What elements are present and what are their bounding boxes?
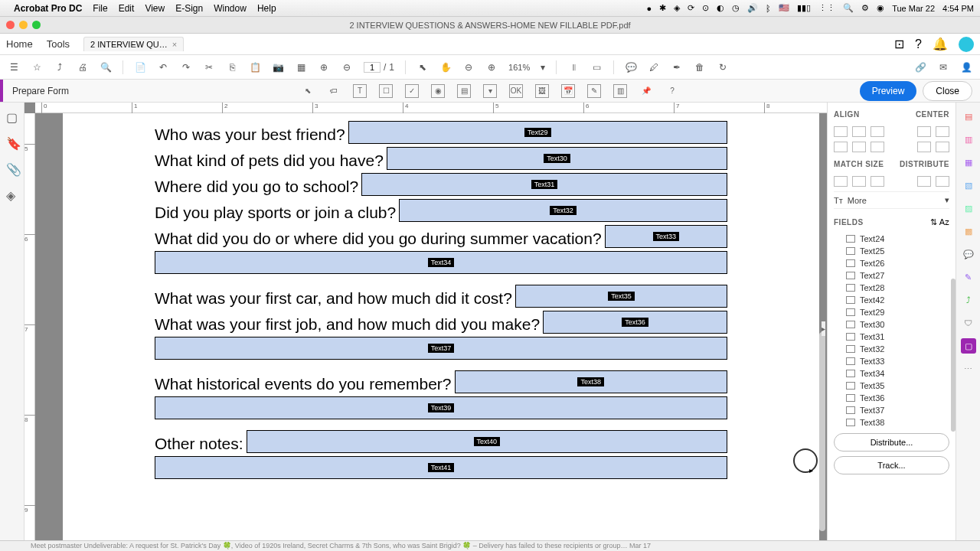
align-top-icon[interactable] — [834, 142, 848, 152]
pin-tool-icon[interactable]: 📌 — [639, 84, 653, 98]
center-h-icon[interactable] — [917, 126, 931, 137]
match-width-icon[interactable] — [834, 176, 848, 187]
dual-page-icon[interactable]: ▦ — [295, 61, 307, 73]
export-pdf-icon[interactable]: ▧ — [961, 178, 976, 193]
field-list-item[interactable]: Text31 — [834, 331, 949, 343]
form-field-text37[interactable]: Text37 — [155, 337, 727, 360]
field-list-item[interactable]: Text27 — [834, 269, 949, 282]
maximize-window-button[interactable] — [32, 21, 41, 29]
star-icon[interactable]: ☆ — [31, 61, 43, 73]
preview-button[interactable]: Preview — [860, 81, 917, 101]
field-list-item[interactable]: Text24 — [834, 233, 949, 245]
prepare-form-icon[interactable]: ▢ — [961, 338, 976, 354]
form-field-text31[interactable]: Text31 — [361, 173, 727, 196]
vertical-scrollbar[interactable] — [819, 332, 825, 531]
zoom-level[interactable]: 161% — [508, 63, 530, 72]
field-list-item[interactable]: Text34 — [834, 367, 949, 380]
field-list-item[interactable]: Text28 — [834, 282, 949, 294]
field-list-item[interactable]: Text35 — [834, 380, 949, 392]
help-icon[interactable]: ? — [915, 37, 922, 51]
field-list-item[interactable]: Text29 — [834, 306, 949, 318]
comment-icon[interactable]: 💬 — [625, 61, 637, 73]
form-field-text32[interactable]: Text32 — [399, 199, 727, 222]
center-page-h-icon[interactable] — [917, 142, 931, 152]
form-field-text29[interactable]: Text29 — [348, 121, 727, 144]
create-pdf-icon[interactable]: ▤ — [961, 109, 976, 124]
menu-help[interactable]: Help — [257, 3, 276, 14]
form-field-text39[interactable]: Text39 — [155, 396, 727, 419]
signature-tool-icon[interactable]: ✎ — [587, 84, 601, 98]
mail-icon[interactable]: ✉ — [937, 61, 949, 73]
fit-page-icon[interactable]: ▭ — [590, 61, 603, 73]
print-icon[interactable]: 🖨 — [77, 61, 89, 73]
distribute-v-icon[interactable] — [936, 176, 949, 187]
search-icon[interactable]: ⊡ — [894, 37, 904, 51]
align-bottom-icon[interactable] — [871, 142, 884, 152]
highlight-icon[interactable]: 🖊 — [648, 61, 660, 73]
field-list-item[interactable]: Text25 — [834, 245, 949, 257]
search-icon[interactable]: 🔍 — [100, 61, 112, 73]
align-middle-icon[interactable] — [852, 142, 866, 152]
check-tool-icon[interactable]: ✓ — [405, 84, 419, 98]
field-list-item[interactable]: Text37 — [834, 404, 949, 416]
status-icon[interactable]: ✱ — [659, 3, 666, 13]
copy-icon[interactable]: ⎘ — [226, 61, 238, 73]
bookmark-icon[interactable]: 🔖 — [6, 136, 18, 148]
hand-tool-icon[interactable]: 🏷 — [327, 84, 341, 98]
button-tool-icon[interactable]: OK — [509, 84, 523, 98]
siri-icon[interactable]: ◉ — [877, 3, 884, 13]
clipboard-icon[interactable]: 📋 — [249, 61, 261, 73]
layers-icon[interactable]: ◈ — [6, 188, 18, 201]
status-icon[interactable]: ⊙ — [702, 3, 709, 13]
form-field-text36[interactable]: Text36 — [543, 311, 727, 334]
distribute-h-icon[interactable] — [917, 176, 931, 187]
edit-pdf-icon[interactable]: ▦ — [961, 155, 976, 170]
fill-sign-icon[interactable]: ✎ — [961, 269, 976, 285]
match-height-icon[interactable] — [852, 176, 866, 187]
status-icon[interactable]: ⟳ — [688, 3, 694, 13]
radio-tool-icon[interactable]: ◉ — [431, 84, 445, 98]
field-list-item[interactable]: Text38 — [834, 416, 949, 429]
menu-edit[interactable]: Edit — [119, 3, 135, 14]
tab-home[interactable]: Home — [6, 38, 33, 50]
thumbnails-icon[interactable]: ▢ — [6, 110, 18, 122]
comment-tool-icon[interactable]: 💬 — [961, 246, 976, 262]
dropdown-tool-icon[interactable]: ▾ — [483, 84, 497, 98]
battery-icon[interactable]: ▮▮▯ — [797, 3, 811, 13]
close-window-button[interactable] — [6, 21, 15, 29]
menu-esign[interactable]: E-Sign — [175, 3, 203, 14]
form-field-text40[interactable]: Text40 — [247, 430, 727, 453]
more-button[interactable]: Tт More ▾ — [834, 191, 949, 209]
avatar[interactable] — [959, 37, 974, 52]
combine-icon[interactable]: ▥ — [961, 132, 976, 147]
bluetooth-icon[interactable]: ᛒ — [766, 4, 771, 13]
link-icon[interactable]: 🔗 — [914, 61, 926, 73]
form-field-text33[interactable]: Text33 — [605, 225, 727, 248]
field-list-item[interactable]: Text42 — [834, 294, 949, 306]
field-list-item[interactable]: Text32 — [834, 343, 949, 355]
center-page-v-icon[interactable] — [936, 142, 949, 152]
more-tools-icon[interactable]: ⋯ — [961, 361, 976, 377]
field-list-item[interactable]: Text26 — [834, 257, 949, 269]
help-tool-icon[interactable]: ? — [665, 84, 679, 98]
align-center-icon[interactable] — [852, 126, 866, 137]
fit-width-icon[interactable]: ⫴ — [567, 61, 580, 73]
wifi-icon[interactable]: ⋮⋮ — [818, 3, 835, 13]
zoom-in-icon[interactable]: ⊕ — [485, 61, 498, 73]
menubar-date[interactable]: Tue Mar 22 — [892, 4, 935, 13]
clock-icon[interactable]: ◷ — [732, 3, 740, 13]
cut-icon[interactable]: ✂ — [203, 61, 215, 73]
sort-icon[interactable]: ⇅ Aᴢ — [930, 217, 949, 227]
checkbox-tool-icon[interactable]: ☐ — [379, 84, 393, 98]
select-tool-icon[interactable]: ⬉ — [301, 84, 315, 98]
zoom-dropdown-icon[interactable]: ▾ — [541, 62, 545, 73]
refresh-icon[interactable]: ↻ — [717, 61, 729, 73]
attachment-icon[interactable]: 📎 — [6, 162, 18, 174]
distribute-button[interactable]: Distribute... — [834, 433, 949, 452]
control-center-icon[interactable]: ⚙ — [861, 3, 869, 13]
collapse-right-icon[interactable]: ▸ — [822, 321, 825, 336]
sidebar-toggle-icon[interactable]: ☰ — [8, 61, 20, 73]
app-name[interactable]: Acrobat Pro DC — [14, 3, 82, 14]
camera-icon[interactable]: 📷 — [272, 61, 284, 73]
document-tab[interactable]: 2 INTERVIEW QU… × — [83, 37, 184, 51]
